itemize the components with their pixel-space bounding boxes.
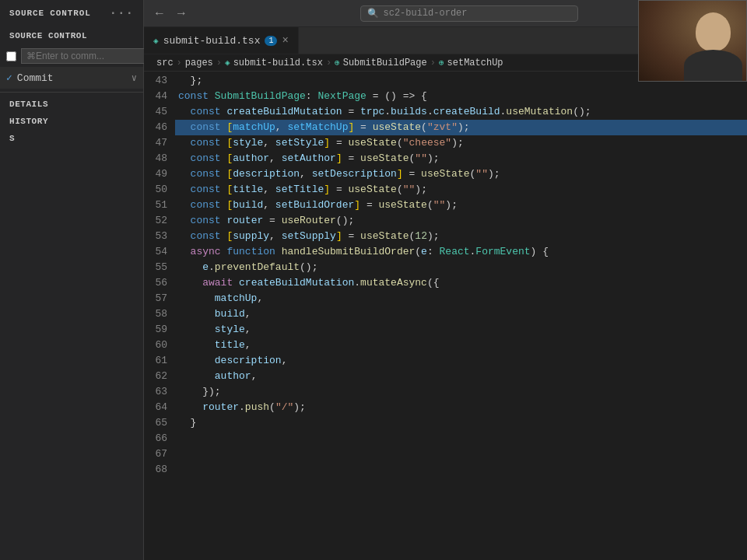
commit-row[interactable]: ✓ Commit ∨ bbox=[0, 67, 143, 89]
code-line-52: const [title, setTitle] = useState(""); bbox=[175, 182, 747, 198]
search-text: sc2-build-order bbox=[384, 8, 468, 19]
code-line-57: async function handleSubmitBuildOrder(e:… bbox=[175, 244, 747, 260]
breadcrumb-sep-3: › bbox=[326, 58, 331, 68]
breadcrumb-pages: pages bbox=[185, 58, 213, 68]
person-silhouette bbox=[639, 1, 746, 81]
sidebar-menu-icon[interactable]: ··· bbox=[110, 6, 134, 20]
code-line-61: build, bbox=[175, 306, 747, 322]
code-line-58: e.preventDefault(); bbox=[175, 260, 747, 275]
code-content[interactable]: }; const SubmitBuildPage: NextPage = () … bbox=[175, 72, 747, 560]
breadcrumb-func: setMatchUp bbox=[447, 58, 503, 68]
forward-button[interactable]: → bbox=[172, 5, 191, 22]
code-line-67: router.push("/"); bbox=[175, 400, 747, 415]
code-line-68: } bbox=[175, 415, 747, 431]
webcam-overlay bbox=[638, 0, 747, 82]
active-tab[interactable]: ◈ submit-build.tsx 1 × bbox=[144, 27, 299, 54]
tab-filename: submit-build.tsx bbox=[163, 35, 261, 47]
sidebar-item-s[interactable]: S bbox=[0, 130, 143, 147]
code-line-48: const [matchUp, setMatchUp] = useState("… bbox=[175, 120, 747, 135]
breadcrumb-component: SubmitBuildPage bbox=[343, 58, 427, 68]
sidebar-divider bbox=[0, 92, 143, 93]
code-line-65: author, bbox=[175, 369, 747, 384]
commit-message-input[interactable] bbox=[21, 48, 149, 64]
sidebar-item-details[interactable]: DETAILS bbox=[0, 96, 143, 113]
person-shoulder bbox=[684, 50, 742, 81]
commit-row-left: ✓ Commit bbox=[6, 72, 54, 84]
sidebar-header: SOURCE CONTROL ··· bbox=[0, 0, 143, 26]
search-bar[interactable]: 🔍 sc2-build-order bbox=[360, 5, 578, 22]
webcam-feed bbox=[639, 1, 746, 81]
breadcrumb-func-icon: ⊕ bbox=[439, 58, 444, 68]
code-line-59: await createBuildMutation.mutateAsync({ bbox=[175, 275, 747, 291]
search-icon: 🔍 bbox=[367, 8, 379, 19]
code-line-64: description, bbox=[175, 353, 747, 369]
code-line-62: style, bbox=[175, 322, 747, 338]
line-numbers: 43 44 45 46 47 48 49 50 51 52 53 54 55 5… bbox=[144, 72, 175, 560]
code-line-54: const router = useRouter(); bbox=[175, 213, 747, 229]
code-line-55: const [supply, setSupply] = useState(12)… bbox=[175, 229, 747, 244]
breadcrumb-src: src bbox=[156, 58, 174, 68]
tab-badge: 1 bbox=[265, 36, 277, 46]
code-line-49: const [style, setStyle] = useState("chee… bbox=[175, 135, 747, 151]
code-line-50: const [author, setAuthor] = useState("")… bbox=[175, 151, 747, 166]
sidebar-item-history[interactable]: HISTORY bbox=[0, 113, 143, 130]
sidebar: SOURCE CONTROL ··· SOURCE CONTROL ✓ Comm… bbox=[0, 0, 144, 560]
code-editor[interactable]: 43 44 45 46 47 48 49 50 51 52 53 54 55 5… bbox=[144, 72, 747, 560]
code-line-46: const createBuildMutation = trpc.builds.… bbox=[175, 104, 747, 120]
code-line-60: matchUp, bbox=[175, 291, 747, 306]
person-head bbox=[696, 12, 731, 51]
breadcrumb-file-icon: ◈ bbox=[225, 58, 230, 68]
commit-chevron-icon: ∨ bbox=[132, 72, 137, 84]
breadcrumb-component-icon: ⊕ bbox=[335, 58, 340, 68]
tab-file-icon: ◈ bbox=[153, 36, 159, 46]
breadcrumb-sep-1: › bbox=[177, 58, 182, 68]
commit-checkbox[interactable] bbox=[6, 51, 16, 61]
nav-arrows: ← → bbox=[150, 5, 191, 22]
breadcrumb-sep-4: › bbox=[430, 58, 436, 68]
commit-check-icon: ✓ bbox=[6, 72, 12, 84]
breadcrumb-file: submit-build.tsx bbox=[233, 58, 323, 68]
sidebar-title: SOURCE CONTROL bbox=[9, 9, 91, 18]
code-line-63: title, bbox=[175, 338, 747, 353]
code-line-66: }); bbox=[175, 384, 747, 400]
sidebar-subheader: SOURCE CONTROL bbox=[0, 26, 143, 45]
main-area: ← → 🔍 sc2-build-order ◈ submit-build.tsx… bbox=[144, 0, 747, 560]
tab-close-button[interactable]: × bbox=[282, 34, 288, 47]
code-line-45: const SubmitBuildPage: NextPage = () => … bbox=[175, 89, 747, 104]
breadcrumb-sep-2: › bbox=[216, 58, 222, 68]
back-button[interactable]: ← bbox=[150, 5, 169, 22]
code-line-53: const [build, setBuildOrder] = useState(… bbox=[175, 198, 747, 213]
code-line-51: const [description, setDescription] = us… bbox=[175, 166, 747, 182]
commit-label: Commit bbox=[17, 72, 54, 84]
commit-input-row bbox=[0, 45, 143, 67]
